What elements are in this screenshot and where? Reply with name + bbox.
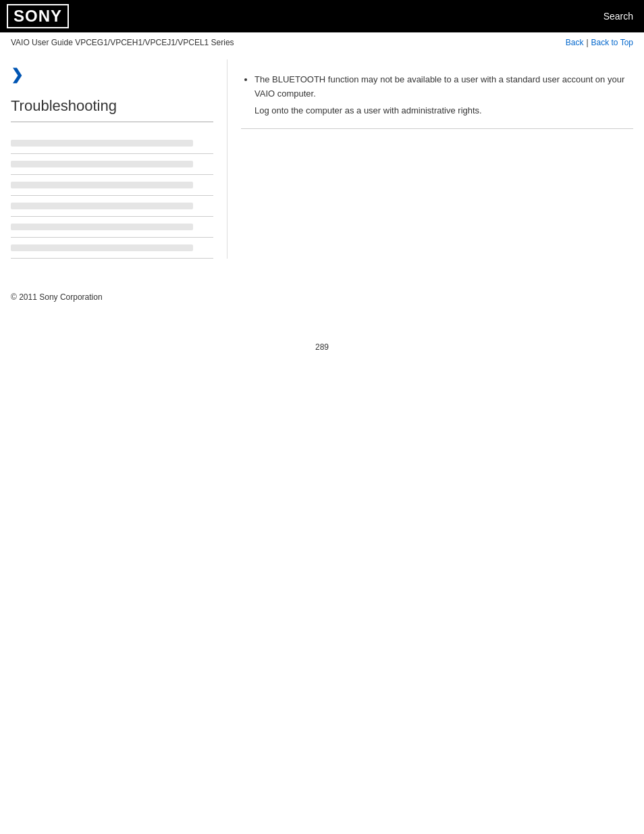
list-item [11, 217, 213, 238]
content-area: The BLUETOOTH function may not be availa… [227, 59, 633, 259]
search-button[interactable]: Search [603, 11, 633, 22]
sidebar-link-1[interactable] [11, 140, 193, 147]
breadcrumb: VAIO User Guide VPCEG1/VPCEH1/VPCEJ1/VPC… [11, 38, 234, 47]
list-item [11, 133, 213, 154]
sidebar-title: Troubleshooting [11, 97, 213, 122]
list-item [11, 196, 213, 217]
main-content: ❯ Troubleshooting The BLUETOOTH function… [0, 53, 644, 265]
content-list-item: The BLUETOOTH function may not be availa… [254, 73, 633, 118]
sidebar: ❯ Troubleshooting [11, 59, 227, 259]
nav-bar: VAIO User Guide VPCEG1/VPCEH1/VPCEJ1/VPC… [0, 32, 644, 53]
sidebar-link-5[interactable] [11, 224, 193, 230]
content-divider [241, 128, 633, 129]
bullet-text: The BLUETOOTH function may not be availa… [254, 74, 624, 99]
nav-links: Back | Back to Top [566, 38, 633, 47]
sidebar-link-2[interactable] [11, 161, 193, 167]
footer: © 2011 Sony Corporation [0, 279, 644, 315]
sidebar-links [11, 133, 213, 259]
chevron-icon: ❯ [11, 66, 213, 84]
copyright-text: © 2011 Sony Corporation [11, 292, 103, 302]
back-link[interactable]: Back [566, 38, 584, 47]
sidebar-link-3[interactable] [11, 182, 193, 188]
content-list: The BLUETOOTH function may not be availa… [241, 73, 633, 118]
list-item [11, 238, 213, 259]
nav-separator: | [586, 38, 588, 47]
list-item [11, 175, 213, 196]
back-to-top-link[interactable]: Back to Top [591, 38, 633, 47]
sidebar-link-6[interactable] [11, 244, 193, 251]
list-item [11, 154, 213, 175]
note-text: Log onto the computer as a user with adm… [254, 104, 633, 118]
page-number: 289 [0, 342, 644, 365]
header: SONY Search [0, 0, 644, 32]
sony-logo: SONY [7, 4, 69, 28]
sidebar-link-4[interactable] [11, 203, 193, 209]
